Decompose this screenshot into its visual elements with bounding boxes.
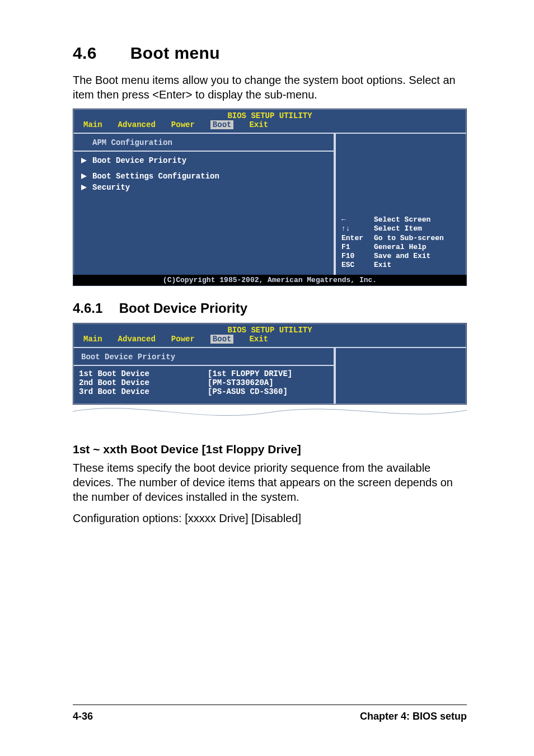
help-label: Select Screen xyxy=(374,215,430,224)
subsection-heading: 4.6.1 Boot Device Priority xyxy=(73,300,467,316)
bios-tab-power: Power xyxy=(171,335,195,344)
chapter-label: Chapter 4: BIOS setup xyxy=(360,711,467,722)
bios-tab-advanced: Advanced xyxy=(118,335,156,344)
bios-left-panel: Boot Device Priority 1st Boot Device [1s… xyxy=(73,348,335,404)
subsection-number: 4.6.1 xyxy=(73,300,115,316)
description-paragraph: These items specify the boot device prio… xyxy=(73,461,467,504)
bios-kv-row: 3rd Boot Device [PS-ASUS CD-S360] xyxy=(79,387,328,396)
bios-tab-main: Main xyxy=(83,335,102,344)
help-row: ↑↓ Select Item xyxy=(341,224,461,233)
bios-left-panel: APM Configuration Boot Device Priority B… xyxy=(73,134,335,275)
page-footer: 4-36 Chapter 4: BIOS setup xyxy=(73,705,467,722)
intro-paragraph: The Boot menu items allow you to change … xyxy=(73,73,467,102)
bios-item-boot-settings-config: Boot Settings Configuration xyxy=(79,171,328,182)
subsubsection-heading: 1st ~ xxth Boot Device [1st Floppy Drive… xyxy=(73,443,467,456)
bios-kv-row: 1st Boot Device [1st FLOPPY DRIVE] xyxy=(79,369,328,378)
bios-screenshot-boot-menu: BIOS SETUP UTILITY Main Advanced Power B… xyxy=(73,109,467,286)
bios-tab-boot: Boot xyxy=(210,120,234,129)
bios-kv-key: 3rd Boot Device xyxy=(79,387,208,396)
bios-tab-advanced: Advanced xyxy=(118,120,156,129)
updown-arrow-icon: ↑↓ xyxy=(341,224,367,233)
config-options-line: Configuration options: [xxxxx Drive] [Di… xyxy=(73,511,467,525)
help-label: Select Item xyxy=(374,224,422,233)
bios-kv-key: 1st Boot Device xyxy=(79,369,208,378)
bios-screenshot-boot-device-priority: BIOS SETUP UTILITY Main Advanced Power B… xyxy=(73,323,467,405)
bios-tab-main: Main xyxy=(83,120,102,129)
bios-item-label: Security xyxy=(92,183,130,192)
help-row: ESC Exit xyxy=(341,261,461,270)
bios-tab-bar: Main Advanced Power Boot Exit xyxy=(73,335,466,347)
subsection-title: Boot Device Priority xyxy=(119,300,247,316)
bios-item-boot-device-priority: Boot Device Priority xyxy=(79,155,328,166)
help-label: Go to Sub-screen xyxy=(374,234,444,243)
bios-tab-exit: Exit xyxy=(249,120,268,129)
bios-kv-val: [PS-ASUS CD-S360] xyxy=(208,387,288,396)
bios-panel-header: APM Configuration xyxy=(79,137,328,148)
submenu-arrow-icon xyxy=(81,173,87,179)
bios-kv-val: [PM-ST330620A] xyxy=(208,378,274,387)
bios-tab-bar: Main Advanced Power Boot Exit xyxy=(73,120,466,133)
bios-panel-header: Boot Device Priority xyxy=(79,351,328,363)
bios-item-label: Boot Settings Configuration xyxy=(92,172,219,181)
help-label: General Help xyxy=(374,243,427,252)
section-heading: 4.6 Boot menu xyxy=(73,44,467,63)
section-number: 4.6 xyxy=(73,44,125,63)
bios-title: BIOS SETUP UTILITY xyxy=(73,109,466,120)
submenu-arrow-icon xyxy=(81,185,87,190)
submenu-arrow-icon xyxy=(81,158,87,163)
bios-help-panel: ← Select Screen ↑↓ Select Item Enter Go … xyxy=(335,134,466,275)
bios-item-security: Security xyxy=(79,182,328,193)
bios-kv-key: 2nd Boot Device xyxy=(79,378,208,387)
bios-copyright: (C)Copyright 1985-2002, American Megatre… xyxy=(73,275,466,285)
help-key: Enter xyxy=(341,234,367,243)
help-row: F1 General Help xyxy=(341,243,461,252)
bios-kv-val: [1st FLOPPY DRIVE] xyxy=(208,369,292,378)
help-label: Exit xyxy=(374,261,391,270)
bios-item-label: Boot Device Priority xyxy=(92,156,186,165)
bios-title: BIOS SETUP UTILITY xyxy=(73,323,466,335)
help-key: ESC xyxy=(341,261,367,270)
page-number: 4-36 xyxy=(73,711,93,722)
help-row: ← Select Screen xyxy=(341,215,461,224)
bios-help-panel xyxy=(335,348,466,404)
bios-tab-exit: Exit xyxy=(249,335,268,344)
section-title: Boot menu xyxy=(130,44,220,62)
help-row: F10 Save and Exit xyxy=(341,252,461,261)
bios-kv-row: 2nd Boot Device [PM-ST330620A] xyxy=(79,378,328,387)
torn-edge-decoration xyxy=(73,406,467,426)
bios-tab-boot: Boot xyxy=(210,335,234,344)
left-arrow-icon: ← xyxy=(341,215,367,224)
help-key: F1 xyxy=(341,243,367,252)
help-label: Save and Exit xyxy=(374,252,430,261)
help-row: Enter Go to Sub-screen xyxy=(341,234,461,243)
help-key: F10 xyxy=(341,252,367,261)
bios-tab-power: Power xyxy=(171,120,195,129)
